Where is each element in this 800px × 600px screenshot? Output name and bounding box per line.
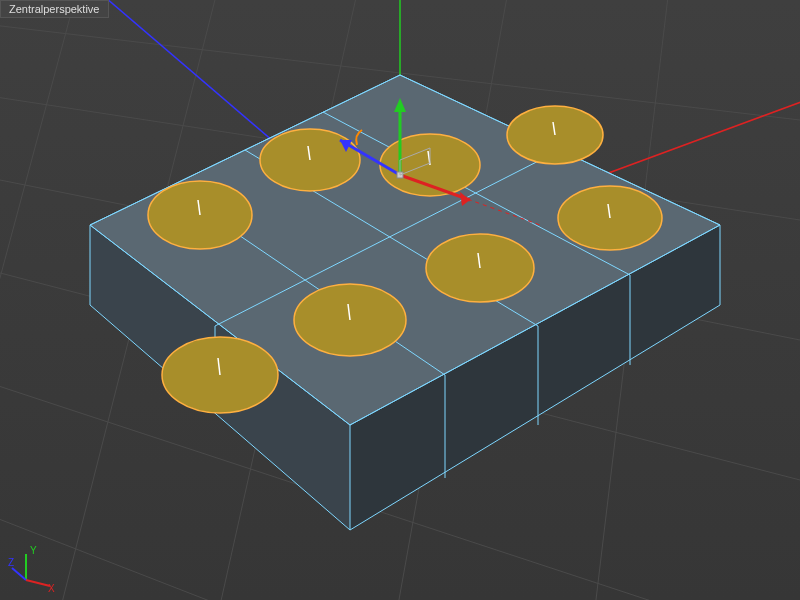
view-label-text: Zentralperspektive	[9, 3, 100, 15]
mesh-object[interactable]	[0, 0, 800, 600]
svg-line-55	[12, 568, 26, 580]
axis-indicator: Y X Z	[8, 542, 58, 592]
axis-x-label: X	[48, 583, 55, 592]
view-label: Zentralperspektive	[0, 0, 109, 18]
axis-y-label: Y	[30, 545, 37, 556]
svg-line-54	[26, 580, 50, 586]
3d-viewport[interactable]	[0, 0, 800, 600]
axis-z-label: Z	[8, 557, 14, 568]
